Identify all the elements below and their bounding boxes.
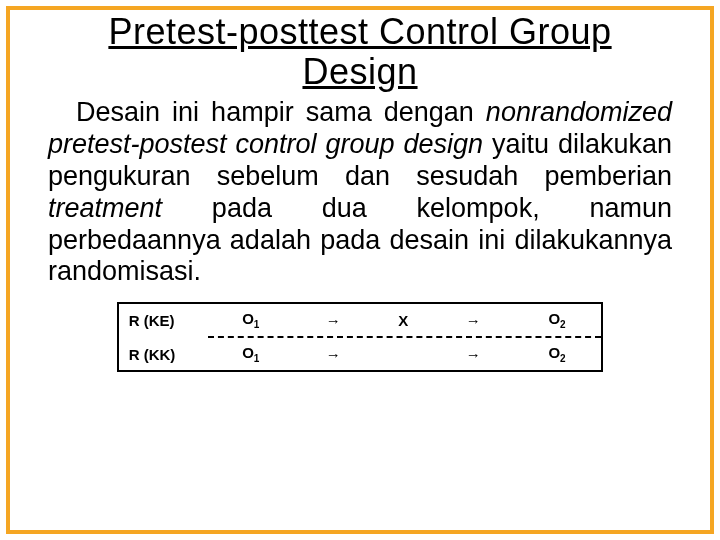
text-segment: Desain ini hampir sama dengan [76, 97, 486, 127]
o-symbol: O [548, 344, 560, 361]
cell-o1: O1 [208, 338, 294, 371]
row-label: R (KE) [118, 303, 208, 336]
slide-title: Pretest-posttest Control Group Design [48, 12, 672, 91]
cell-x [372, 338, 434, 371]
dashed-line [208, 336, 602, 338]
o-sub: 1 [254, 319, 260, 330]
slide-content: Pretest-posttest Control Group Design De… [10, 10, 710, 530]
row-label: R (KK) [118, 338, 208, 371]
cell-arrow: → [434, 303, 513, 336]
o-symbol: O [548, 310, 560, 327]
text-italic: treatment [48, 193, 162, 223]
o-sub: 2 [560, 319, 566, 330]
body-paragraph: Desain ini hampir sama dengan nonrandomi… [48, 97, 672, 288]
o-sub: 2 [560, 353, 566, 364]
cell-o2: O2 [513, 338, 603, 371]
o-symbol: O [242, 344, 254, 361]
design-table-wrap: R (KE) O1 → X → O2 R (KK) O1 → [117, 302, 604, 372]
cell-arrow: → [294, 303, 373, 336]
table-row: R (KE) O1 → X → O2 [118, 303, 603, 336]
cell-x: X [372, 303, 434, 336]
o-sub: 1 [254, 353, 260, 364]
o-symbol: O [242, 310, 254, 327]
cell-o1: O1 [208, 303, 294, 336]
table-row: R (KK) O1 → → O2 [118, 338, 603, 371]
table-divider [118, 336, 603, 338]
cell-o2: O2 [513, 303, 603, 336]
design-table: R (KE) O1 → X → O2 R (KK) O1 → [117, 302, 604, 372]
cell-arrow: → [294, 338, 373, 371]
cell-arrow: → [434, 338, 513, 371]
